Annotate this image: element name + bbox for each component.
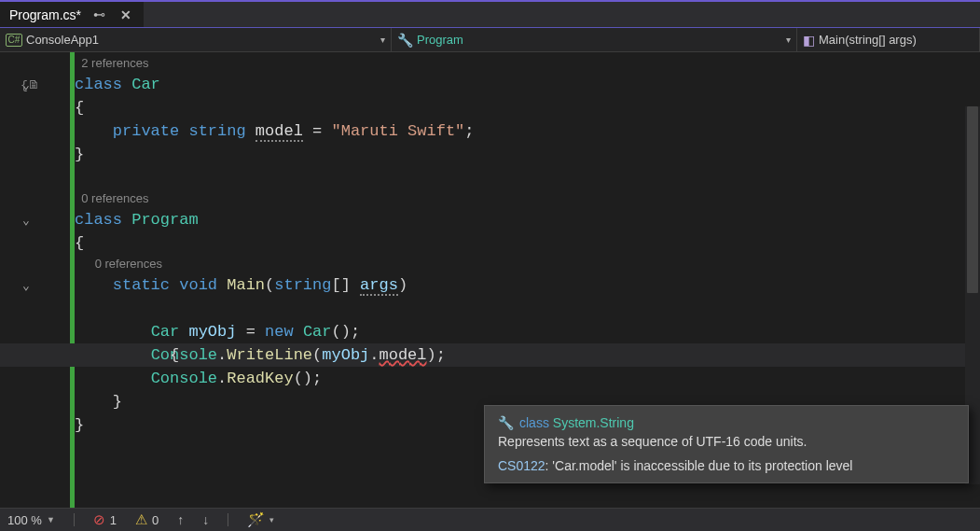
codelens-main[interactable]: 0 references: [75, 255, 980, 273]
arrow-down-icon: ↓: [202, 512, 209, 527]
codelens-program[interactable]: 0 references: [75, 189, 980, 208]
outline-struct-icon: {🗎: [21, 78, 40, 92]
warnings-indicator[interactable]: ⚠ 0: [135, 511, 159, 528]
nav-member-dropdown[interactable]: ◧ Main(string[] args): [797, 28, 980, 51]
code-line: {: [75, 231, 980, 255]
navigation-bar: C# ConsoleApp1 ▾ 🔧 Program ▾ ◧ Main(stri…: [0, 28, 980, 52]
chevron-down-icon: ▾: [380, 35, 385, 45]
codelens-car[interactable]: 2 references: [75, 54, 980, 73]
code-line: Console.ReadKey();: [75, 367, 980, 390]
tooltip-description: Represents text as a sequence of UTF-16 …: [498, 434, 955, 449]
zoom-control[interactable]: 100 % ▼: [7, 513, 55, 527]
glyph-margin: {🗎: [0, 52, 19, 508]
code-line: Car myObj = new Car();: [75, 320, 980, 343]
code-line: {: [75, 297, 980, 320]
error-code: CS0122: [498, 458, 545, 473]
code-line: }: [75, 143, 980, 166]
code-line: [75, 166, 980, 189]
tooltip-error: CS0122: 'Car.model' is inaccessible due …: [498, 458, 955, 473]
nav-member-label: Main(string[] args): [819, 33, 917, 47]
scrollbar-thumb[interactable]: [967, 106, 978, 293]
nav-prev[interactable]: ↑: [177, 512, 184, 527]
arrow-up-icon: ↑: [177, 512, 184, 527]
class-icon: 🔧: [397, 33, 413, 48]
code-line: {: [75, 96, 980, 119]
tooltip-type: System.String: [553, 415, 634, 430]
error-icon: ⊘: [93, 511, 105, 528]
chevron-down-icon: ▾: [269, 515, 274, 524]
code-line: class Program: [75, 208, 980, 231]
chevron-down-icon: ▼: [47, 515, 55, 524]
warning-count: 0: [152, 513, 159, 527]
code-line: Console.WriteLine(myObj.model);: [75, 343, 980, 367]
close-icon[interactable]: ✕: [117, 7, 134, 22]
pin-icon[interactable]: ⊷: [90, 7, 108, 21]
method-icon: ◧: [803, 33, 815, 48]
tab-program-cs[interactable]: Program.cs* ⊷ ✕: [0, 2, 144, 27]
error-message: : 'Car.model' is inaccessible due to its…: [545, 458, 853, 473]
nav-scope-label: ConsoleApp1: [26, 33, 99, 47]
warning-icon: ⚠: [135, 511, 147, 528]
quick-actions[interactable]: 🪄▾: [247, 511, 274, 528]
divider: [228, 513, 228, 526]
tab-title: Program.cs*: [9, 7, 81, 22]
zoom-label: 100 %: [7, 513, 42, 527]
code-line: static void Main(string[] args): [75, 273, 980, 297]
csharp-badge-icon: C#: [6, 34, 22, 47]
code-line: class Car: [75, 73, 980, 96]
chevron-down-icon: ▾: [786, 35, 791, 45]
class-icon: 🔧: [498, 415, 514, 430]
errors-indicator[interactable]: ⊘ 1: [93, 511, 117, 528]
fold-chevron-icon[interactable]: ⌄: [22, 213, 30, 228]
tab-bar: Program.cs* ⊷ ✕: [0, 0, 980, 28]
tooltip-keyword: class: [519, 415, 549, 430]
nav-type-label: Program: [417, 33, 463, 47]
nav-next[interactable]: ↓: [202, 512, 209, 527]
wand-icon: 🪄: [247, 511, 265, 528]
nav-type-dropdown[interactable]: 🔧 Program ▾: [392, 28, 797, 51]
code-line: private string model = "Maruti Swift";: [75, 119, 980, 143]
error-count: 1: [110, 513, 117, 527]
divider: [74, 513, 75, 526]
fold-chevron-icon[interactable]: ⌄: [22, 278, 30, 293]
status-bar: 100 % ▼ ⊘ 1 ⚠ 0 ↑ ↓ 🪄▾: [0, 508, 980, 531]
nav-scope-dropdown[interactable]: C# ConsoleApp1 ▾: [0, 28, 392, 51]
intellisense-tooltip: 🔧 class System.String Represents text as…: [484, 405, 969, 483]
gutter: ⌄ ⌄ ⌄: [19, 52, 70, 508]
